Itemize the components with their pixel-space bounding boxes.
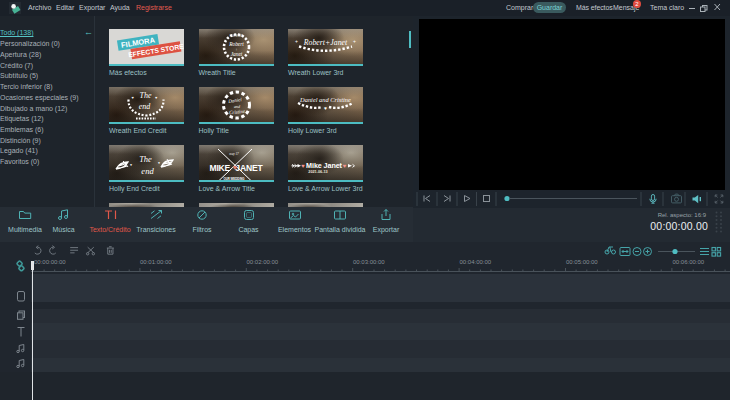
svg-text:+: + [353,38,356,44]
svg-text:♥: ♥ [132,94,135,99]
svg-text:The: The [140,90,152,99]
svg-text:OUR WEDDING: OUR WEDDING [223,177,245,180]
svg-text:♥: ♥ [155,94,158,99]
svg-text:♥: ♥ [301,163,305,169]
svg-text:Janet: Janet [230,51,242,57]
svg-text:♥: ♥ [130,162,132,166]
svg-text:end: end [139,102,152,111]
svg-text:2021-06-13: 2021-06-13 [308,170,327,174]
svg-text:+: + [295,38,298,44]
svg-text:Daniel and Cristine: Daniel and Cristine [299,95,351,102]
svg-text:Robert+Janet: Robert+Janet [303,37,348,46]
svg-text:end: end [141,165,154,175]
svg-text:♥: ♥ [343,163,347,169]
svg-text:Cristine: Cristine [228,108,245,115]
svg-text:The: The [139,153,152,163]
svg-text:may 17: may 17 [229,152,239,156]
svg-text:FOR EVER: FOR EVER [229,34,242,38]
svg-text:♥: ♥ [232,164,236,171]
svg-text:and: and [234,103,241,108]
svg-text:♥: ♥ [158,160,160,164]
svg-text:♥: ♥ [324,104,327,110]
